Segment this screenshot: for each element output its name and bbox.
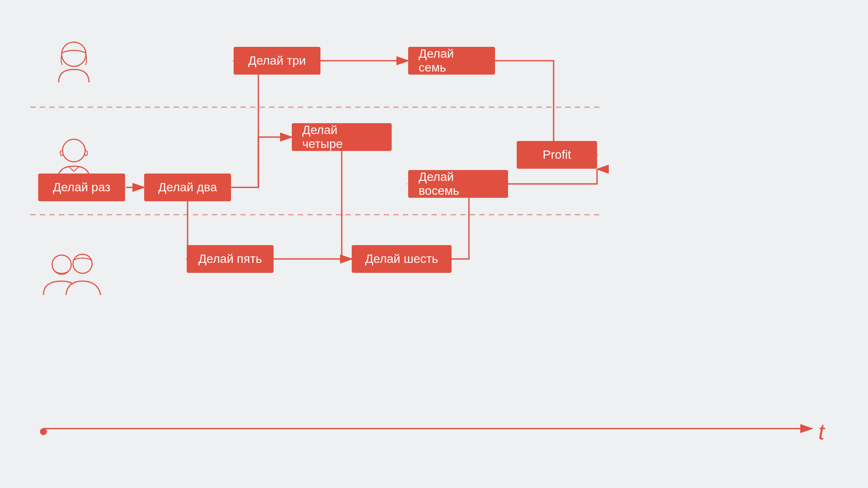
svg-point-10 — [62, 42, 86, 66]
box-sem: Делай семь — [408, 47, 495, 75]
avatar-group — [39, 247, 106, 297]
timeline-label: t — [818, 419, 825, 445]
box-pyat: Делай пять — [187, 245, 274, 273]
diagram: t — [0, 0, 868, 488]
svg-point-13 — [73, 254, 92, 273]
timeline-dot — [40, 428, 47, 435]
box-shest: Делай шесть — [352, 245, 452, 273]
box-dva: Делай два — [144, 174, 231, 201]
box-raz: Делай раз — [38, 174, 125, 201]
box-tri: Делай три — [234, 47, 320, 75]
svg-point-11 — [63, 139, 85, 162]
box-chetyre: Делай четыре — [292, 123, 392, 151]
avatar-woman — [50, 35, 98, 84]
box-vosem: Делай восемь — [408, 170, 508, 198]
box-profit: Profit — [517, 141, 597, 169]
